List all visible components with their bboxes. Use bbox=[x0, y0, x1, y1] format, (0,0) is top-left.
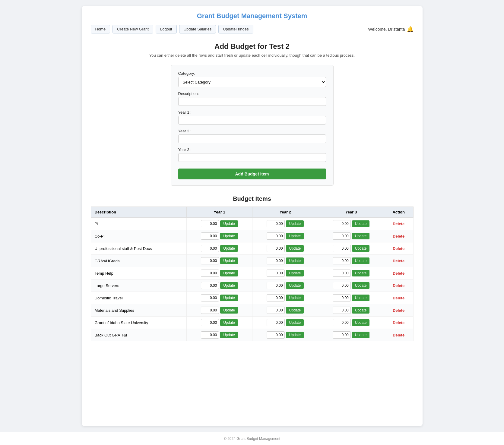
year3-input-row-9[interactable] bbox=[333, 331, 351, 339]
update-btn-year1-row-8[interactable]: Update bbox=[220, 319, 238, 326]
year3-input-row-6[interactable] bbox=[333, 294, 351, 301]
year3-input-row-8[interactable] bbox=[333, 319, 351, 326]
delete-btn-row-7[interactable]: Delete bbox=[393, 308, 404, 313]
update-btn-year3-row-6[interactable]: Update bbox=[352, 295, 370, 301]
table-row: GRAs/UGradsUpdateUpdateUpdateDelete bbox=[91, 255, 413, 267]
update-btn-year3-row-7[interactable]: Update bbox=[352, 307, 370, 314]
update-btn-year1-row-2[interactable]: Update bbox=[220, 245, 238, 252]
update-btn-year3-row-5[interactable]: Update bbox=[352, 282, 370, 289]
nav-btn-home[interactable]: Home bbox=[91, 25, 110, 33]
row-description: Materials and Supplies bbox=[91, 304, 186, 317]
year2-input-row-7[interactable] bbox=[267, 307, 285, 314]
page-title: Add Budget for Test 2 bbox=[91, 42, 414, 51]
year3-input-row-5[interactable] bbox=[333, 282, 351, 289]
year1-input-row-8[interactable] bbox=[201, 319, 219, 326]
update-btn-year1-row-5[interactable]: Update bbox=[220, 282, 238, 289]
update-btn-year3-row-4[interactable]: Update bbox=[352, 270, 370, 276]
update-btn-year1-row-7[interactable]: Update bbox=[220, 307, 238, 314]
year2-input-row-2[interactable] bbox=[267, 245, 285, 252]
year3-input[interactable] bbox=[178, 153, 326, 162]
year3-group: Year 3 : bbox=[178, 147, 326, 162]
nav-btn-logout[interactable]: Logout bbox=[156, 25, 177, 33]
update-btn-year3-row-3[interactable]: Update bbox=[352, 257, 370, 264]
update-btn-year1-row-0[interactable]: Update bbox=[220, 220, 238, 227]
update-btn-year2-row-2[interactable]: Update bbox=[286, 245, 304, 252]
update-btn-year3-row-9[interactable]: Update bbox=[352, 332, 370, 338]
delete-btn-row-3[interactable]: Delete bbox=[393, 259, 404, 263]
year2-input-row-4[interactable] bbox=[267, 270, 285, 277]
nav-btn-update-fringes[interactable]: UpdateFringes bbox=[218, 25, 253, 33]
year1-group: Year 1 : bbox=[178, 110, 326, 125]
delete-btn-row-1[interactable]: Delete bbox=[393, 234, 404, 238]
table-row: Co-PIUpdateUpdateUpdateDelete bbox=[91, 230, 413, 242]
year2-input[interactable] bbox=[178, 134, 326, 143]
add-budget-item-button[interactable]: Add Budget Item bbox=[178, 169, 326, 179]
col-header-description: Description bbox=[91, 207, 186, 218]
update-btn-year2-row-3[interactable]: Update bbox=[286, 257, 304, 264]
update-btn-year1-row-6[interactable]: Update bbox=[220, 295, 238, 301]
update-btn-year3-row-8[interactable]: Update bbox=[352, 319, 370, 326]
update-btn-year2-row-4[interactable]: Update bbox=[286, 270, 304, 276]
update-btn-year3-row-1[interactable]: Update bbox=[352, 233, 370, 239]
year1-input-row-2[interactable] bbox=[201, 245, 219, 252]
update-btn-year2-row-5[interactable]: Update bbox=[286, 282, 304, 289]
year3-input-row-4[interactable] bbox=[333, 270, 351, 277]
year1-input-row-6[interactable] bbox=[201, 294, 219, 301]
year2-input-row-8[interactable] bbox=[267, 319, 285, 326]
year1-input[interactable] bbox=[178, 116, 326, 125]
delete-btn-row-8[interactable]: Delete bbox=[393, 320, 404, 325]
row-year3-cell: Update bbox=[318, 304, 384, 317]
delete-btn-row-4[interactable]: Delete bbox=[393, 271, 404, 276]
col-header-year-3: Year 3 bbox=[318, 207, 384, 218]
year1-input-row-7[interactable] bbox=[201, 307, 219, 314]
delete-btn-row-9[interactable]: Delete bbox=[393, 333, 404, 337]
update-btn-year2-row-9[interactable]: Update bbox=[286, 332, 304, 338]
year3-input-row-3[interactable] bbox=[333, 257, 351, 264]
update-btn-year2-row-0[interactable]: Update bbox=[286, 220, 304, 227]
nav-btn-update-salaries[interactable]: Update Salaries bbox=[179, 25, 216, 33]
row-year2-cell: Update bbox=[252, 230, 318, 242]
nav-btn-create-new-grant[interactable]: Create New Grant bbox=[113, 25, 153, 33]
navbar: HomeCreate New GrantLogoutUpdate Salarie… bbox=[91, 25, 414, 33]
year1-input-row-3[interactable] bbox=[201, 257, 219, 264]
notification-bell-icon[interactable]: 🔔 bbox=[407, 26, 414, 33]
description-input[interactable] bbox=[178, 97, 326, 106]
category-select[interactable]: Select CategoryPersonnelEquipmentTravelM… bbox=[178, 77, 326, 87]
delete-btn-row-6[interactable]: Delete bbox=[393, 296, 404, 300]
delete-btn-row-5[interactable]: Delete bbox=[393, 283, 404, 288]
year1-input-row-0[interactable] bbox=[201, 220, 219, 227]
update-btn-year1-row-1[interactable]: Update bbox=[220, 233, 238, 239]
update-btn-year1-row-3[interactable]: Update bbox=[220, 257, 238, 264]
update-btn-year3-row-2[interactable]: Update bbox=[352, 245, 370, 252]
row-year2-cell: Update bbox=[252, 218, 318, 230]
year2-input-row-9[interactable] bbox=[267, 331, 285, 339]
year2-input-row-1[interactable] bbox=[267, 232, 285, 240]
year1-input-row-9[interactable] bbox=[201, 331, 219, 339]
year3-input-row-0[interactable] bbox=[333, 220, 351, 227]
year1-input-row-4[interactable] bbox=[201, 270, 219, 277]
year2-input-row-5[interactable] bbox=[267, 282, 285, 289]
row-year1-cell: Update bbox=[186, 317, 252, 329]
row-year3-cell: Update bbox=[318, 279, 384, 292]
row-description: PI bbox=[91, 218, 186, 230]
update-btn-year1-row-4[interactable]: Update bbox=[220, 270, 238, 276]
year3-input-row-1[interactable] bbox=[333, 232, 351, 240]
update-btn-year2-row-7[interactable]: Update bbox=[286, 307, 304, 314]
year3-input-row-7[interactable] bbox=[333, 307, 351, 314]
row-action-cell: Delete bbox=[384, 329, 413, 341]
year3-input-row-2[interactable] bbox=[333, 245, 351, 252]
year1-input-row-5[interactable] bbox=[201, 282, 219, 289]
page-subtitle: You can either delete all the rows and s… bbox=[91, 53, 414, 58]
update-btn-year3-row-0[interactable]: Update bbox=[352, 220, 370, 227]
update-btn-year2-row-1[interactable]: Update bbox=[286, 233, 304, 239]
update-btn-year2-row-6[interactable]: Update bbox=[286, 295, 304, 301]
update-btn-year2-row-8[interactable]: Update bbox=[286, 319, 304, 326]
delete-btn-row-2[interactable]: Delete bbox=[393, 246, 404, 251]
year1-input-row-1[interactable] bbox=[201, 232, 219, 240]
update-btn-year1-row-9[interactable]: Update bbox=[220, 332, 238, 338]
year2-input-row-6[interactable] bbox=[267, 294, 285, 301]
year2-input-row-3[interactable] bbox=[267, 257, 285, 264]
delete-btn-row-0[interactable]: Delete bbox=[393, 222, 404, 226]
budget-items-title: Budget Items bbox=[91, 195, 414, 202]
year2-input-row-0[interactable] bbox=[267, 220, 285, 227]
